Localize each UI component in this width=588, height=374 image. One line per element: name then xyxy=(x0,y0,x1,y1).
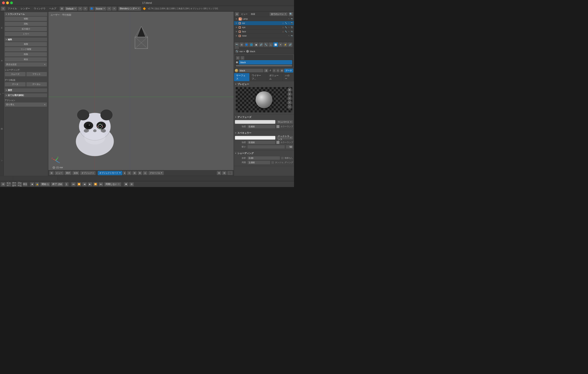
viewport[interactable]: ユーザー・平行投影 xyxy=(48,11,234,176)
tl-next-frame-btn[interactable]: ⏩ xyxy=(93,182,98,186)
tl-extra-btn[interactable]: ⊞ xyxy=(129,182,134,186)
mat-shading-header[interactable]: シェーディング xyxy=(235,151,293,155)
shadow-checkbox[interactable] xyxy=(281,157,284,160)
diffuse-intensity-field[interactable]: 0.800 xyxy=(247,125,275,128)
specular-color-swatch[interactable] xyxy=(235,136,275,140)
scene-icon[interactable]: 🔵 xyxy=(89,7,94,11)
tl-skip-end-btn[interactable]: ⏭ xyxy=(99,182,103,186)
specular-hardness-value[interactable]: 50 xyxy=(286,145,293,149)
specular-hardness-field[interactable] xyxy=(247,145,285,149)
tl-play-btn[interactable]: 再生 xyxy=(23,182,27,186)
mat-plus-btn[interactable]: + xyxy=(273,69,276,73)
global-selector[interactable]: グローバル ▼ xyxy=(148,171,164,175)
camera-btn[interactable]: 🎥 xyxy=(227,171,233,175)
minimize-button[interactable] xyxy=(6,1,9,4)
render-props-icon[interactable]: 📷 xyxy=(234,42,239,47)
tl-play-reverse-btn[interactable]: ◀ xyxy=(82,182,87,186)
origin-select[interactable]: 原点を設定 ▼ xyxy=(5,62,47,67)
tl-marker-btn[interactable]: マーカー xyxy=(12,182,16,186)
search-tab[interactable]: 検索 xyxy=(250,12,256,16)
viewport-select-btn[interactable]: 選択 xyxy=(64,171,72,175)
link-duplicate-button[interactable]: リンク複製 xyxy=(5,47,47,52)
tl-skip-start-btn[interactable]: ⏮ xyxy=(71,182,76,186)
panel-type-icon[interactable]: ⊞ xyxy=(235,12,239,16)
specular-shader-select[interactable]: クックトランス ▼ xyxy=(276,136,293,140)
nose-render-icon[interactable]: 📷 xyxy=(291,35,293,37)
snap-icon[interactable]: ⊞ xyxy=(132,171,137,175)
eye-edit-icon[interactable]: | xyxy=(282,26,284,29)
scene-add-btn[interactable]: + xyxy=(107,7,112,11)
face-cursor-icon[interactable]: ↖ xyxy=(288,31,290,33)
preview-btn4[interactable]: ≡ xyxy=(288,101,292,104)
delete-button[interactable]: 削除 xyxy=(5,52,47,57)
eye-cursor-icon[interactable]: ↖ xyxy=(288,26,290,29)
eye-render-icon[interactable]: 📷 xyxy=(291,26,293,29)
breadcrumb-ear[interactable]: ear xyxy=(240,50,243,53)
tl-frame-btn[interactable]: フレーム xyxy=(17,182,22,186)
current-frame-field[interactable]: 1 xyxy=(64,182,69,186)
specular-ramp-swatch[interactable] xyxy=(276,141,280,144)
snap-btn2[interactable]: ⊞ xyxy=(137,171,142,175)
start-frame-field[interactable]: 開始: 1 xyxy=(40,182,50,186)
end-frame-field[interactable]: 終了: 250 xyxy=(51,182,63,186)
mat-browse-btn[interactable]: ⊞ xyxy=(280,69,284,73)
viewport-shade-btn[interactable]: ● xyxy=(123,171,126,175)
visibility-icon-ear[interactable]: 👁 xyxy=(235,22,238,25)
diffuse-color-swatch[interactable] xyxy=(235,120,275,124)
layout-close-btn[interactable]: × xyxy=(83,7,88,11)
mat-x-btn[interactable]: × xyxy=(276,69,280,73)
layout-icon[interactable]: ⊞ xyxy=(60,7,64,11)
overlay-btn[interactable]: ⊞ xyxy=(222,171,227,175)
ear-link-icon[interactable]: 🔧 xyxy=(285,22,287,24)
breadcrumb-black[interactable]: black xyxy=(250,50,255,53)
material-name-field[interactable]: black xyxy=(239,60,292,64)
viewport-type-icon[interactable]: ⊞ xyxy=(49,171,54,175)
diffuse-ramp-swatch[interactable] xyxy=(276,125,280,128)
scene-close-btn[interactable]: × xyxy=(112,7,116,11)
timeline-type-icon[interactable]: ⊞ xyxy=(1,182,5,186)
window-controls[interactable] xyxy=(2,1,13,4)
preview-btn1[interactable]: ⊞ xyxy=(288,88,292,92)
move-button[interactable]: 移動 xyxy=(5,16,47,21)
info-icon-btn[interactable]: ℹ xyxy=(1,7,5,11)
tangent-checkbox[interactable] xyxy=(271,161,274,164)
nose-cursor-icon[interactable]: ↖ xyxy=(288,35,290,37)
specular-intensity-field[interactable]: 0.500 xyxy=(247,140,275,144)
smooth-button[interactable]: スムーズ xyxy=(5,72,26,76)
outliner-item-eye[interactable]: 👁 eye | 🔧 ↖ 📷 xyxy=(234,25,294,30)
proportional-btn[interactable]: ◎ xyxy=(143,171,148,175)
scene-props-icon[interactable]: 🔵 xyxy=(244,42,249,47)
object-props-icon[interactable]: ◼ xyxy=(254,42,259,47)
tab-wire[interactable]: ワイヤーフ... xyxy=(250,73,267,81)
visibility-icon-face[interactable]: 👁 xyxy=(235,30,238,33)
layers-props-icon[interactable]: ⊞ xyxy=(239,42,244,47)
view-tab[interactable]: ビュー xyxy=(240,12,249,16)
menu-window[interactable]: ウィンドウ xyxy=(32,7,47,11)
outliner-item-face[interactable]: 👁 face | 🔧 ↖ 📷 xyxy=(234,30,294,34)
tab-volume[interactable]: ボリューム xyxy=(267,73,283,81)
visibility-icon-eye[interactable]: 👁 xyxy=(235,26,238,29)
layout-add-btn[interactable]: + xyxy=(78,7,83,11)
diffuse-section-header[interactable]: ディフューズ xyxy=(235,115,293,119)
rotate-button[interactable]: 回転 xyxy=(5,21,47,26)
edit-header[interactable]: 編集 xyxy=(5,38,47,42)
material-props-icon[interactable]: ⬜ xyxy=(273,42,278,47)
mat-add-btn[interactable]: + xyxy=(236,56,240,60)
outliner-item-lamp[interactable]: 👁 ☀ Lamp ↖ 📷 xyxy=(234,17,294,21)
data-tab-btn[interactable]: データ xyxy=(284,69,293,73)
scene-selector[interactable]: Scene ▼ xyxy=(94,7,106,11)
preview-btn5[interactable]: ~ xyxy=(288,105,292,109)
mode-selector[interactable]: オブジェクトモード ▼ xyxy=(98,171,122,175)
tab-surface[interactable]: サーフェス xyxy=(234,73,250,81)
join-button[interactable]: 統合 xyxy=(5,57,47,62)
outliner-item-nose[interactable]: 👁 nose ↖ 📷 xyxy=(234,34,294,38)
maximize-button[interactable] xyxy=(10,1,13,4)
lamp-render-icon[interactable]: 📷 xyxy=(291,18,293,20)
viewport-view-btn[interactable]: ビュー xyxy=(54,171,64,175)
menu-render[interactable]: レンダー xyxy=(19,7,32,11)
viewport-add-btn[interactable]: 追加 xyxy=(72,171,79,175)
transform-header[interactable]: トランスフォーム xyxy=(5,12,47,16)
flat-button[interactable]: フラット xyxy=(26,72,47,76)
world-props-icon[interactable]: 🌐 xyxy=(249,42,254,47)
data-re-button[interactable]: データレ xyxy=(26,82,47,87)
